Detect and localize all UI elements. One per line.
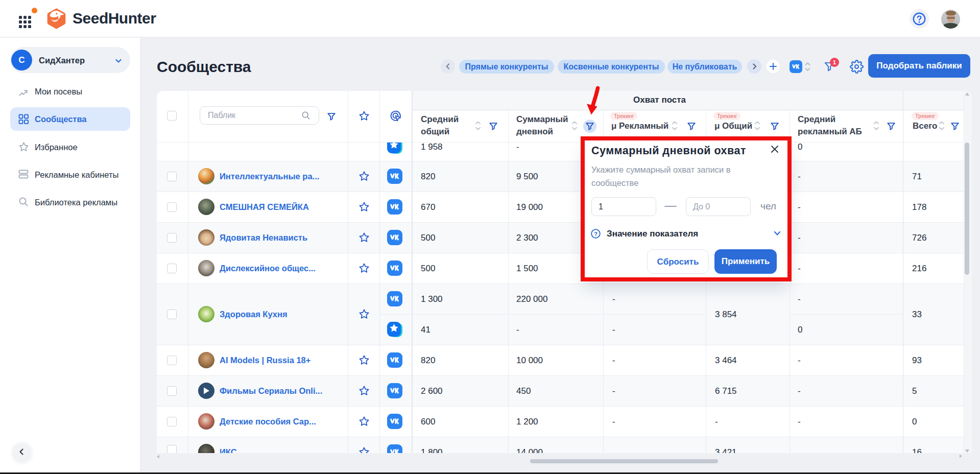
svg-text:?: ? [594,231,597,237]
